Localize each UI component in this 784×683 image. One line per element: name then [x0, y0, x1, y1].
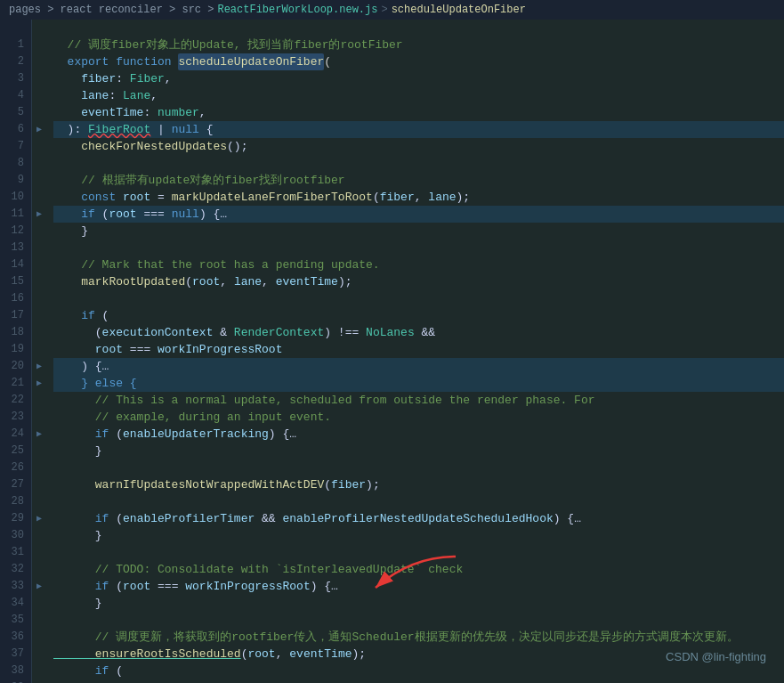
- breadcrumb-file: ReactFiberWorkLoop.new.js: [217, 4, 377, 16]
- code-line-32: // TODO: Consolidate with `isInterleaved…: [53, 561, 784, 578]
- code-line-26: [53, 459, 784, 476]
- fold-arrow-6[interactable]: ▶: [32, 121, 46, 138]
- fold-arrow-33[interactable]: ▶: [32, 578, 46, 595]
- code-line-2: export function scheduleUpdateOnFiber(: [53, 53, 784, 70]
- fold-column: ▶ ▶ ▶ ▶ ▶ ▶ ▶: [32, 20, 46, 683]
- code-line-18: (executionContext & RenderContext) !== N…: [53, 324, 784, 341]
- breadcrumb-bar: pages > react reconciler > src > ReactFi…: [0, 0, 784, 20]
- code-line-4: lane: Lane,: [53, 87, 784, 104]
- fold-arrow-24[interactable]: ▶: [32, 426, 46, 443]
- watermark: CSDN @lin-fighting: [666, 648, 766, 665]
- code-line-19: root === workInProgressRoot: [53, 341, 784, 358]
- code-line-21: } else {: [53, 375, 784, 392]
- fold-arrow-11[interactable]: ▶: [32, 206, 46, 223]
- code-line-17: if (: [53, 307, 784, 324]
- code-line-10: const root = markUpdateLaneFromFiberToRo…: [53, 189, 784, 206]
- code-line-30: }: [53, 527, 784, 544]
- fold-arrow-21[interactable]: ▶: [32, 375, 46, 392]
- code-line-29: if (enableProfilerTimer && enableProfile…: [53, 510, 784, 527]
- code-line-36: // 调度更新，将获取到的rootfiber传入，通知Scheduler根据更新…: [53, 629, 784, 646]
- fold-arrow-29[interactable]: ▶: [32, 510, 46, 527]
- code-line-16: [53, 290, 784, 307]
- breadcrumb-func: scheduleUpdateOnFiber: [392, 4, 526, 16]
- code-line-6: ): FiberRoot | null {: [53, 121, 784, 138]
- code-line-5: eventTime: number,: [53, 104, 784, 121]
- code-line-24: if (enableUpdaterTracking) {…: [53, 426, 784, 443]
- code-line: [53, 20, 784, 37]
- code-line-28: [53, 493, 784, 510]
- code-line-39: lane === SyncLane &&: [53, 679, 784, 683]
- code-line-8: [53, 155, 784, 172]
- code-line-11: if (root === null) {…: [53, 206, 784, 223]
- code-line-25: }: [53, 443, 784, 459]
- code-line-3: fiber: Fiber,: [53, 70, 784, 87]
- code-line-1: // 调度fiber对象上的Update, 找到当前fiber的rootFibe…: [53, 37, 784, 53]
- code-line-27: warnIfUpdatesNotWrappedWithActDEV(fiber)…: [53, 476, 784, 493]
- code-line-15: markRootUpdated(root, lane, eventTime);: [53, 273, 784, 290]
- code-line-9: // 根据带有update对象的fiber找到rootfiber: [53, 172, 784, 189]
- line-numbers: 1 2 3 4 5 6 7 8 9 10 11 12 13 14 15 16 1…: [0, 20, 32, 683]
- code-line-7: checkForNestedUpdates();: [53, 138, 784, 155]
- code-line-33: if (root === workInProgressRoot) {…: [53, 578, 784, 595]
- code-line-31: [53, 544, 784, 561]
- code-line-12: }: [53, 223, 784, 240]
- code-area: 1 2 3 4 5 6 7 8 9 10 11 12 13 14 15 16 1…: [0, 20, 784, 683]
- code-line-13: [53, 240, 784, 256]
- fold-arrow-20[interactable]: ▶: [32, 358, 46, 375]
- code-line-22: // This is a normal update, scheduled fr…: [53, 392, 784, 409]
- code-editor: // 调度fiber对象上的Update, 找到当前fiber的rootFibe…: [46, 20, 784, 683]
- code-line-20: ) {…: [53, 358, 784, 375]
- code-line-34: }: [53, 595, 784, 612]
- code-line-35: [53, 612, 784, 629]
- code-line-23: // example, during an input event.: [53, 409, 784, 426]
- breadcrumb-path: pages > react reconciler > src >: [9, 4, 214, 16]
- code-line-14: // Mark that the root has a pending upda…: [53, 256, 784, 273]
